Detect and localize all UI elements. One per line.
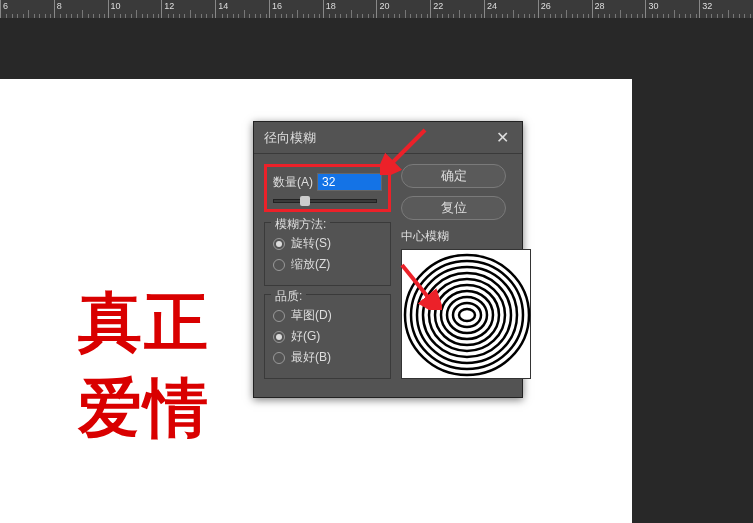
ruler-mark: 16	[269, 0, 323, 18]
svg-point-7	[435, 285, 499, 345]
ruler-mark: 28	[592, 0, 646, 18]
method-group-title: 模糊方法:	[271, 216, 330, 233]
amount-highlighted-box: 数量(A)	[264, 164, 391, 212]
svg-point-11	[459, 309, 475, 321]
radio-icon	[273, 259, 285, 271]
spin-preview-icon	[402, 250, 532, 380]
radio-icon	[273, 352, 285, 364]
radio-icon	[273, 331, 285, 343]
ruler-mark: 32	[699, 0, 753, 18]
ruler-mark: 22	[430, 0, 484, 18]
ruler-mark: 14	[215, 0, 269, 18]
ruler-mark: 6	[0, 0, 54, 18]
ruler-horizontal: 68101214161820222426283032	[0, 0, 753, 18]
blur-method-group: 模糊方法: 旋转(S) 缩放(Z)	[264, 222, 391, 286]
radio-icon	[273, 238, 285, 250]
radial-blur-dialog: 径向模糊 ✕ 数量(A) 模糊方法: 旋转(S)	[253, 121, 523, 398]
radio-draft[interactable]: 草图(D)	[273, 307, 382, 324]
ruler-mark: 8	[54, 0, 108, 18]
radio-icon	[273, 310, 285, 322]
dialog-titlebar[interactable]: 径向模糊 ✕	[254, 122, 522, 154]
radio-best[interactable]: 最好(B)	[273, 349, 382, 366]
ruler-mark: 30	[645, 0, 699, 18]
ok-button[interactable]: 确定	[401, 164, 506, 188]
slider-thumb[interactable]	[300, 196, 310, 206]
ruler-mark: 24	[484, 0, 538, 18]
amount-slider[interactable]	[273, 199, 377, 203]
text-line-2: 爱情	[78, 365, 210, 451]
canvas-text: 真正 爱情	[78, 279, 210, 452]
quality-group-title: 品质:	[271, 288, 306, 305]
svg-point-10	[453, 303, 481, 327]
text-line-1: 真正	[78, 279, 210, 365]
radio-good[interactable]: 好(G)	[273, 328, 382, 345]
blur-preview[interactable]	[401, 249, 531, 379]
ruler-mark: 12	[161, 0, 215, 18]
close-icon[interactable]: ✕	[492, 128, 512, 148]
amount-label: 数量(A)	[273, 174, 313, 191]
amount-input[interactable]	[317, 173, 382, 191]
quality-group: 品质: 草图(D) 好(G) 最好(B)	[264, 294, 391, 379]
radio-zoom[interactable]: 缩放(Z)	[273, 256, 382, 273]
center-blur-label: 中心模糊	[401, 228, 531, 245]
radio-spin[interactable]: 旋转(S)	[273, 235, 382, 252]
dialog-title: 径向模糊	[264, 129, 316, 147]
ruler-mark: 26	[538, 0, 592, 18]
ruler-mark: 18	[323, 0, 377, 18]
svg-point-4	[417, 267, 517, 363]
reset-button[interactable]: 复位	[401, 196, 506, 220]
ruler-mark: 10	[108, 0, 162, 18]
ruler-mark: 20	[376, 0, 430, 18]
